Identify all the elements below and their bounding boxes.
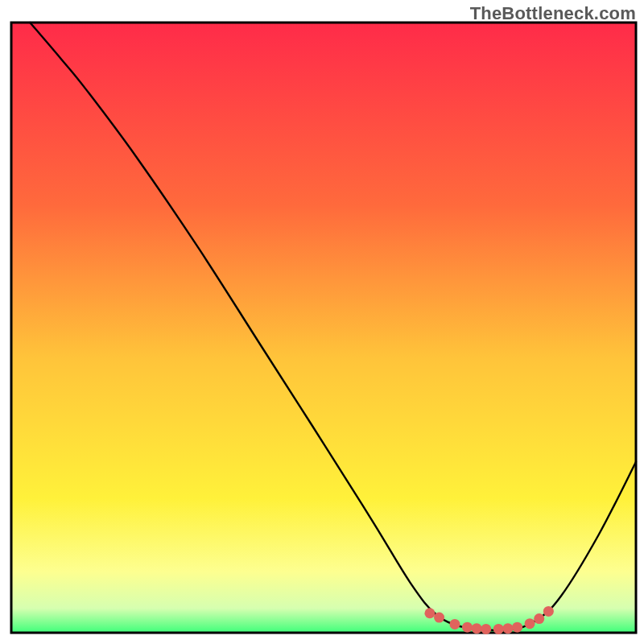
chart-svg [0, 0, 644, 644]
watermark-label: TheBottleneck.com [470, 3, 636, 24]
marker-dot [543, 606, 554, 617]
marker-dot [512, 622, 522, 633]
marker-dot [481, 624, 491, 634]
marker-dot [472, 623, 482, 634]
marker-dot [462, 622, 473, 633]
marker-dot [424, 608, 435, 618]
marker-dot [434, 613, 444, 623]
marker-dot [449, 619, 460, 630]
chart-container: TheBottleneck.com [0, 0, 644, 644]
marker-dot [502, 623, 513, 634]
marker-dot [493, 624, 504, 634]
marker-dot [525, 618, 535, 629]
marker-dot [534, 613, 544, 624]
